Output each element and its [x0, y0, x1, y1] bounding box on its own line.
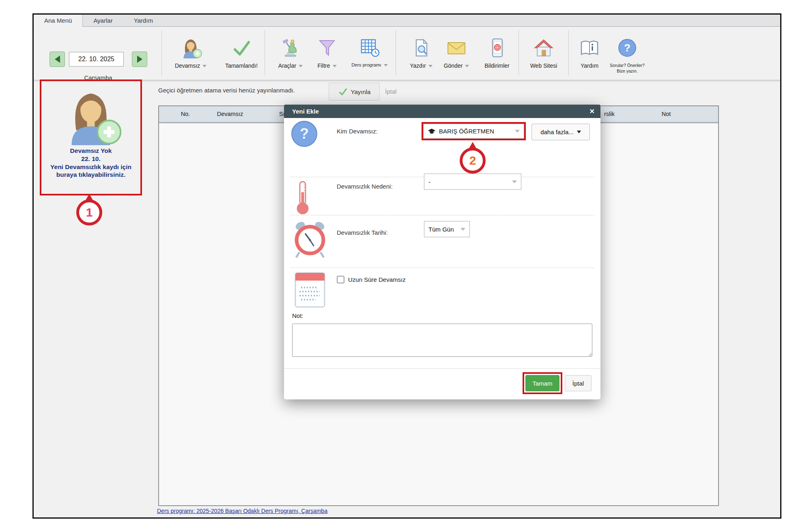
- long-term-checkbox[interactable]: [337, 276, 344, 283]
- arrow-left-icon: [55, 56, 60, 63]
- sidebar-line-3: Yeni Devamsızlık kaydı için: [41, 163, 140, 171]
- tab-yardim[interactable]: Yardım: [123, 15, 164, 27]
- publish-cancel-link[interactable]: İptal: [385, 88, 396, 95]
- column-devamsiz: Devamsız: [208, 111, 252, 117]
- dialog-body: ? Kim Devamsız: BARIŞ ÖĞRETMEN daha fazl…: [284, 118, 600, 399]
- toolbar-yazdir-button[interactable]: Yazdır: [401, 36, 441, 69]
- menu-bar: Ana Menü Ayarlar Yardım: [34, 15, 780, 27]
- prev-day-button[interactable]: [49, 51, 65, 67]
- timetable-grid-icon: [343, 36, 396, 58]
- chevron-down-icon: [333, 65, 337, 67]
- note-textarea[interactable]: [292, 324, 592, 357]
- toolbar-separator: [396, 30, 396, 75]
- reason-select[interactable]: -: [424, 174, 521, 190]
- dialog-cancel-button[interactable]: İptal: [565, 375, 592, 391]
- tutorial-callout-1: 1: [74, 194, 105, 225]
- help-book-icon: [571, 36, 608, 58]
- date-input[interactable]: [69, 52, 124, 66]
- sidebar-line-2: 22. 10.: [41, 155, 140, 163]
- kim-devamsiz-label: Kim Devamsız:: [337, 128, 378, 135]
- house-icon: [521, 36, 566, 58]
- toolbar-separator: [519, 30, 519, 75]
- footer-divider: [284, 368, 600, 369]
- date-scope-select[interactable]: Tüm Gün: [424, 221, 470, 237]
- teacher-select[interactable]: BARIŞ ÖĞRETMEN: [423, 124, 524, 139]
- chevron-down-icon: [577, 131, 581, 133]
- question-circle-icon: ?: [291, 121, 317, 147]
- svg-text:?: ?: [624, 42, 630, 54]
- chevron-down-icon: [428, 65, 432, 67]
- note-label: Not:: [292, 312, 303, 319]
- chevron-down-icon: [465, 65, 469, 67]
- check-icon: [217, 36, 266, 58]
- teacher-select-value: BARIŞ ÖĞRETMEN: [439, 128, 494, 135]
- close-icon[interactable]: ✕: [590, 105, 595, 118]
- filter-funnel-icon: [311, 36, 343, 58]
- ok-button[interactable]: Tamam: [525, 375, 559, 391]
- date-scope-value: Tüm Gün: [428, 226, 454, 233]
- toolbar-separator: [161, 30, 162, 75]
- toolbar-bildirimler-button[interactable]: Bildirimler: [477, 36, 517, 69]
- ok-button-highlight: Tamam: [523, 372, 562, 394]
- arrow-right-icon: [137, 56, 142, 63]
- column-partial-right: rslik: [604, 111, 615, 117]
- publish-message: Geçici öğretmen atama verisi henüz yayın…: [158, 87, 295, 94]
- toolbar-araclar-button[interactable]: Araçlar: [270, 36, 311, 69]
- column-not: Not: [654, 111, 678, 117]
- chevron-down-icon: [202, 65, 207, 67]
- toolbar-sorular-button[interactable]: ? Sorular? Öneriler? Bize yazın.: [606, 36, 648, 74]
- app-window: Ana Menü Ayarlar Yardım Çarşamba: [32, 13, 781, 519]
- check-icon: [338, 87, 348, 97]
- long-term-checkbox-row[interactable]: Uzun Süre Devamsız: [337, 276, 406, 283]
- dialog-title: Yeni Ekle: [284, 105, 600, 118]
- reason-select-value: -: [428, 178, 430, 185]
- timetable-footer-link[interactable]: Ders programı: 2025-2026 Başarı Odaklı D…: [157, 508, 327, 514]
- teacher-select-highlight: BARIŞ ÖĞRETMEN: [422, 122, 526, 140]
- divider: [290, 215, 594, 215]
- toolbar-web-sitesi-button[interactable]: Web Sitesi: [521, 36, 566, 69]
- thermometer-icon: [295, 180, 311, 217]
- toolbar-devamsiz-button[interactable]: Devamsız: [168, 36, 213, 69]
- chevron-down-icon: [512, 180, 517, 183]
- tarihi-label: Devamsızlık Tarihi:: [337, 229, 388, 236]
- nedeni-label: Devamsızlık Nedeni:: [337, 183, 393, 190]
- toolbar-separator: [265, 30, 265, 75]
- sidebar-line-1: Devamsız Yok: [41, 147, 140, 155]
- toolbar-yardim-button[interactable]: Yardım: [571, 36, 608, 69]
- absent-person-icon: [168, 36, 213, 58]
- alarm-clock-icon: [293, 220, 327, 260]
- more-options-button[interactable]: daha fazla...: [531, 124, 590, 140]
- sidebar-line-4: buraya tıklayabilirsiniz.: [41, 171, 140, 179]
- envelope-icon: [438, 36, 475, 58]
- phone-notification-icon: [477, 36, 517, 58]
- toolbar: Çarşamba Devamsız Tama: [34, 27, 780, 80]
- new-absence-avatar-block[interactable]: Devamsız Yok 22. 10. Yeni Devamsızlık ka…: [40, 79, 142, 195]
- chevron-down-icon: [299, 65, 303, 67]
- print-preview-icon: [401, 36, 441, 58]
- chevron-down-icon: [515, 130, 520, 133]
- toolbar-separator: [568, 30, 569, 75]
- toolbar-tamamlandi-button[interactable]: Tamamlandı!: [217, 36, 266, 69]
- tab-ana-menu[interactable]: Ana Menü: [34, 15, 83, 27]
- divider: [290, 268, 594, 268]
- graduation-cap-icon: [428, 128, 436, 135]
- publish-button[interactable]: Yayınla: [329, 83, 380, 101]
- next-day-button[interactable]: [132, 51, 147, 67]
- toolbar-gonder-button[interactable]: Gönder: [438, 36, 475, 69]
- column-no: No.: [173, 111, 198, 117]
- tools-statue-icon: [270, 36, 311, 58]
- new-absence-dialog: Yeni Ekle ✕ ? Kim Devamsız: BARIŞ ÖĞRETM…: [284, 105, 600, 399]
- long-term-checkbox-label: Uzun Süre Devamsız: [348, 276, 406, 283]
- calendar-icon: [295, 271, 325, 309]
- toolbar-filtre-button[interactable]: Filtre: [311, 36, 343, 69]
- add-teacher-avatar-icon: [60, 84, 121, 145]
- toolbar-ders-programi-button[interactable]: Ders programı: [343, 36, 396, 67]
- tab-ayarlar[interactable]: Ayarlar: [83, 15, 123, 27]
- chevron-down-icon: [384, 64, 388, 66]
- question-circle-icon: ?: [606, 36, 648, 58]
- chevron-down-icon: [460, 228, 465, 231]
